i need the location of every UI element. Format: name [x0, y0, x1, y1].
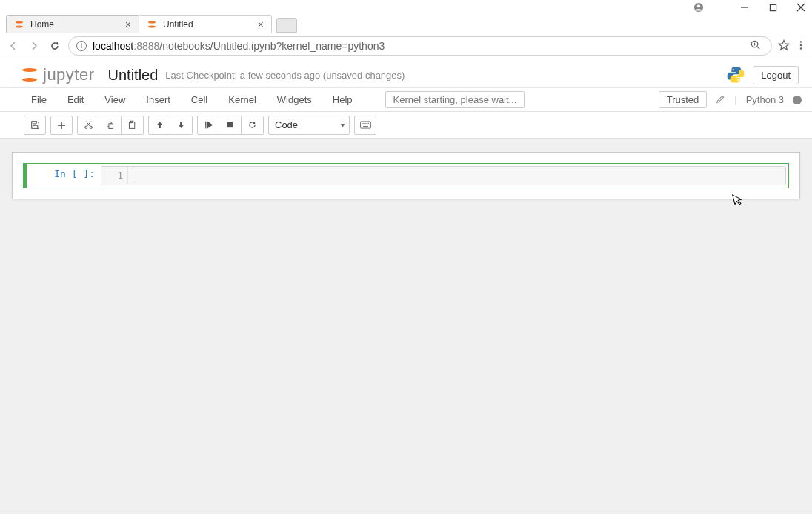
svg-point-15: [800, 44, 802, 46]
command-palette-button[interactable]: [354, 116, 376, 135]
checkpoint-status: Last Checkpoint: a few seconds ago (unsa…: [165, 70, 405, 81]
window-controls: [0, 0, 812, 15]
zoom-icon[interactable]: [750, 39, 761, 53]
menu-edit[interactable]: Edit: [67, 94, 84, 105]
interrupt-button[interactable]: [219, 116, 242, 135]
code-editor[interactable]: [128, 167, 785, 185]
svg-point-37: [364, 125, 365, 125]
minimize-icon[interactable]: [739, 2, 750, 13]
python-logo-icon: [726, 65, 745, 84]
close-icon[interactable]: [796, 2, 806, 13]
tab-title: Home: [30, 19, 54, 30]
svg-point-1: [697, 4, 700, 7]
notebook-title[interactable]: Untitled: [108, 67, 159, 84]
svg-rect-29: [227, 122, 233, 127]
bookmark-star-icon[interactable]: [778, 39, 790, 53]
menu-bar: File Edit View Insert Cell Kernel Widget…: [0, 88, 812, 112]
line-number: 1: [102, 167, 128, 185]
notebook-container: In [ ]: 1: [12, 152, 800, 199]
svg-point-16: [800, 47, 802, 50]
code-input-area[interactable]: 1: [101, 166, 786, 185]
svg-point-35: [367, 123, 368, 124]
svg-point-34: [366, 123, 367, 124]
menu-file[interactable]: File: [31, 94, 47, 105]
logout-button[interactable]: Logout: [753, 66, 799, 84]
svg-point-31: [362, 123, 362, 124]
jupyter-favicon-icon: [14, 19, 24, 30]
jupyter-logo-text: jupyter: [43, 65, 95, 84]
menu-view[interactable]: View: [104, 94, 125, 105]
svg-point-17: [733, 69, 734, 70]
run-button[interactable]: [197, 116, 219, 135]
code-cell[interactable]: In [ ]: 1: [23, 163, 789, 188]
text-cursor: [133, 171, 133, 182]
svg-point-18: [737, 79, 739, 81]
trusted-badge[interactable]: Trusted: [659, 91, 708, 108]
menu-cell[interactable]: Cell: [191, 94, 207, 105]
svg-point-8: [148, 21, 156, 23]
browser-tab-untitled[interactable]: Untitled ×: [139, 15, 272, 33]
input-prompt: In [ ]:: [27, 164, 101, 188]
svg-point-32: [363, 123, 364, 124]
svg-rect-3: [770, 4, 776, 10]
address-bar-row: i localhost:8888/notebooks/Untitled.ipyn…: [0, 33, 812, 59]
add-cell-button[interactable]: [50, 116, 73, 135]
svg-line-11: [757, 47, 759, 49]
cell-type-select[interactable]: Code: [268, 116, 350, 135]
svg-point-36: [362, 125, 363, 125]
svg-point-38: [365, 125, 366, 125]
tab-title: Untitled: [163, 19, 193, 30]
menu-help[interactable]: Help: [333, 94, 353, 105]
back-icon[interactable]: [6, 39, 21, 53]
svg-point-33: [365, 123, 365, 124]
account-icon[interactable]: [693, 2, 704, 13]
browser-tab-strip: Home × Untitled ×: [0, 15, 812, 33]
svg-point-14: [800, 41, 802, 43]
tab-close-icon[interactable]: ×: [125, 19, 131, 30]
cell-type-value: Code: [275, 119, 298, 130]
url-box[interactable]: i localhost:8888/notebooks/Untitled.ipyn…: [68, 36, 772, 56]
svg-rect-26: [109, 124, 113, 129]
move-down-button[interactable]: [170, 116, 193, 135]
menu-widgets[interactable]: Widgets: [277, 94, 312, 105]
maximize-icon[interactable]: [768, 2, 778, 13]
svg-point-6: [16, 21, 23, 23]
jupyter-logo[interactable]: jupyter: [21, 65, 95, 84]
edit-icon[interactable]: [716, 94, 725, 106]
svg-point-39: [367, 125, 367, 125]
jupyter-favicon-icon: [147, 19, 157, 30]
browser-menu-icon[interactable]: [796, 40, 806, 53]
cut-button[interactable]: [77, 116, 99, 135]
save-button[interactable]: [24, 116, 46, 135]
forward-icon[interactable]: [27, 39, 41, 53]
svg-point-7: [16, 25, 23, 27]
url-text: localhost:8888/notebooks/Untitled.ipynb?…: [93, 40, 744, 52]
paste-button[interactable]: [122, 116, 144, 135]
site-info-icon[interactable]: i: [76, 41, 87, 51]
svg-rect-40: [363, 126, 368, 127]
toolbar: Code: [0, 112, 812, 139]
svg-point-9: [148, 25, 156, 27]
separator: |: [734, 94, 736, 105]
menu-kernel[interactable]: Kernel: [228, 94, 256, 105]
kernel-name[interactable]: Python 3: [746, 94, 784, 105]
browser-tab-home[interactable]: Home ×: [6, 15, 139, 33]
move-up-button[interactable]: [148, 116, 170, 135]
reload-icon[interactable]: [47, 39, 62, 53]
menu-insert[interactable]: Insert: [146, 94, 170, 105]
notebook-background: In [ ]: 1: [0, 139, 812, 514]
kernel-indicator-icon: [793, 96, 802, 104]
copy-button[interactable]: [99, 116, 122, 135]
jupyter-logo-icon: [21, 66, 39, 84]
tab-close-icon[interactable]: ×: [258, 19, 264, 30]
jupyter-header: jupyter Untitled Last Checkpoint: a few …: [0, 59, 812, 88]
restart-button[interactable]: [242, 116, 264, 135]
new-tab-button[interactable]: [276, 18, 297, 33]
kernel-status-message: Kernel starting, please wait...: [385, 91, 525, 108]
